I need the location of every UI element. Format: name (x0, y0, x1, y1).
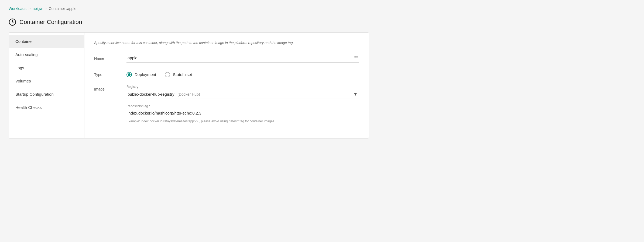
sidebar-item-container[interactable]: Container (9, 35, 84, 48)
radio-statefulset[interactable]: Statefulset (165, 72, 192, 77)
registry-select-content: public-docker-hub-registry (Docker Hub) (128, 92, 200, 96)
page-title: Container Configuration (19, 19, 82, 26)
repo-tag-input[interactable]: index.docker.io/hashicorp/http-echo:0.2.… (126, 109, 359, 117)
radio-statefulset-label: Statefulset (173, 72, 192, 77)
name-field: apple ☷ (126, 54, 359, 63)
registry-dropdown-arrow-icon: ▼ (353, 91, 358, 97)
repo-tag-label: Repository:Tag * (126, 104, 359, 108)
breadcrumb-container-apple: Container :apple (49, 6, 77, 11)
radio-deployment[interactable]: Deployment (126, 72, 156, 77)
description-text: Specify a service name for this containe… (94, 40, 359, 46)
registry-select-value: public-docker-hub-registry (128, 92, 174, 96)
sidebar: Container Auto-scaling Logs Volumes Star… (9, 33, 84, 138)
main-panel: Specify a service name for this containe… (84, 33, 369, 138)
page-title-row: Container Configuration (9, 18, 369, 26)
sidebar-item-volumes[interactable]: Volumes (9, 74, 84, 88)
image-form-row: Image Registry public-docker-hub-registr… (94, 85, 359, 123)
content-area: Container Auto-scaling Logs Volumes Star… (9, 32, 369, 139)
breadcrumb-sep-2: > (45, 7, 47, 11)
radio-deployment-circle (126, 72, 132, 77)
registry-label: Registry (126, 85, 359, 89)
breadcrumb-apigw[interactable]: apigw (33, 6, 43, 11)
type-form-row: Type Deployment Statefulset (94, 70, 359, 77)
breadcrumb: Workloads > apigw > Container :apple (9, 6, 369, 11)
name-label: Name (94, 54, 126, 61)
radio-deployment-label: Deployment (135, 72, 156, 77)
name-input-wrapper: apple ☷ (126, 54, 359, 63)
type-label: Type (94, 70, 126, 77)
container-config-icon (9, 18, 16, 26)
sidebar-item-startup-configuration[interactable]: Startup Configuration (9, 88, 84, 101)
name-field-icon: ☷ (353, 54, 359, 61)
breadcrumb-sep-1: > (29, 7, 30, 11)
registry-select[interactable]: public-docker-hub-registry (Docker Hub) … (126, 90, 359, 99)
sidebar-item-logs[interactable]: Logs (9, 61, 84, 74)
sidebar-item-auto-scaling[interactable]: Auto-scaling (9, 48, 84, 61)
name-input[interactable]: apple (126, 54, 353, 61)
registry-select-hint: (Docker Hub) (177, 92, 200, 96)
type-radio-group: Deployment Statefulset (126, 70, 359, 77)
name-form-row: Name apple ☷ (94, 54, 359, 63)
image-field-wrapper: Registry public-docker-hub-registry (Doc… (126, 85, 359, 123)
type-field: Deployment Statefulset (126, 70, 359, 77)
image-label: Image (94, 85, 126, 91)
radio-statefulset-circle (165, 72, 170, 77)
breadcrumb-workloads[interactable]: Workloads (9, 6, 26, 11)
repo-tag-example: Example: index.docker.io/rafaysystems/te… (126, 119, 359, 123)
sidebar-item-health-checks[interactable]: Health Checks (9, 101, 84, 114)
